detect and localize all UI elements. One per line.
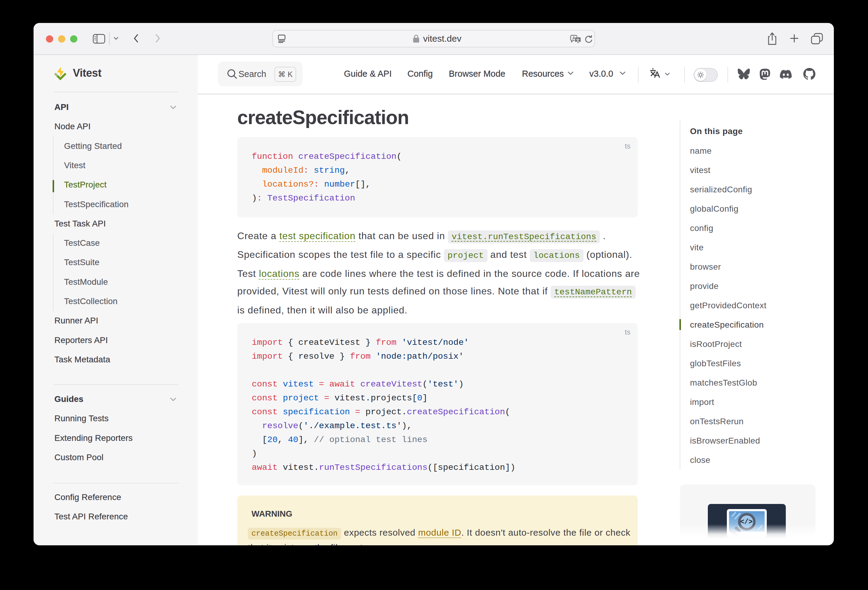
svg-text:文: 文 xyxy=(576,38,580,43)
